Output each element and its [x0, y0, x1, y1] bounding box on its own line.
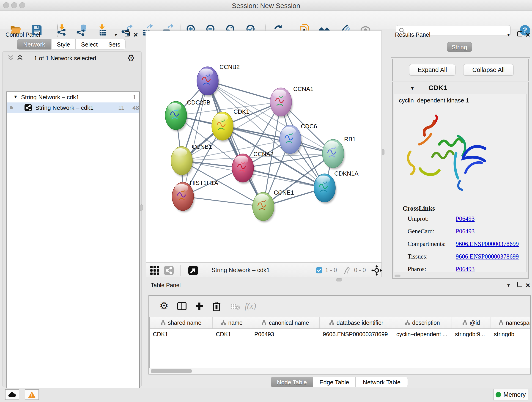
edge-CCNB2-CCNE1[interactable]	[208, 81, 263, 206]
right-splitter-handle[interactable]	[381, 149, 385, 155]
left-splitter-handle[interactable]	[140, 204, 143, 211]
column-header-shared-name[interactable]: shared name	[150, 317, 213, 328]
table-type-tabs: Node TableEdge TableNetwork Table	[271, 377, 408, 387]
close-panel-icon[interactable]: ×	[133, 32, 138, 37]
network-collection-row[interactable]: ▼ String Network – cdk1 1	[7, 92, 139, 102]
node-CCNA2[interactable]: CCNA2	[232, 151, 273, 184]
edge-CCNE1-HIST1H1A[interactable]	[183, 196, 263, 206]
tab-string[interactable]: String	[447, 42, 472, 52]
network-canvas[interactable]: CCNB2CCNA1CDC25BCDK1CDC6RB1CCNB1CCNA2CDK…	[146, 31, 382, 263]
network-options-gear-icon[interactable]: ⚙	[127, 53, 135, 63]
tab-network[interactable]: Network	[17, 39, 51, 50]
cell-name[interactable]: CDK1	[213, 329, 251, 340]
memory-status-dot	[496, 392, 501, 397]
main-toolbar: ?	[0, 11, 532, 29]
float-panel-icon[interactable]	[517, 282, 522, 287]
node-CCNE1[interactable]: CCNE1	[253, 189, 294, 222]
column-header-namespace[interactable]: namespace	[491, 317, 530, 328]
title-bar: Session: New Session	[0, 0, 532, 11]
results-hscrollbar-thumb[interactable]	[394, 274, 400, 277]
node-label-RB1: RB1	[344, 136, 356, 143]
network-selection-status: 1 of 1 Network selected	[2, 55, 128, 62]
node-CDC25B[interactable]: CDC25B	[165, 99, 210, 131]
network-view-toolbar: String Network – cdk1 1 - 0 0 - 0	[146, 263, 382, 277]
float-panel-icon[interactable]	[125, 32, 130, 36]
node-CDK1[interactable]: CDK1	[212, 108, 249, 142]
table-panel: Table Panel ▾ × ⚙ f(x) shared namenameca…	[143, 280, 532, 388]
cloud-status-button[interactable]	[5, 389, 19, 400]
cdk1-section: ▼ CDK1 cyclin–dependent kinase 1	[392, 82, 529, 279]
node-HIST1H1A[interactable]: HIST1H1A	[172, 179, 218, 212]
network-share-icon	[24, 104, 32, 112]
table-row[interactable]: CDK1CDK1P064939606.ENSP00000378699cyclin…	[150, 329, 530, 340]
collapse-all-button[interactable]: Collapse All	[463, 64, 514, 76]
fit-content-crosshair-icon[interactable]	[371, 265, 382, 276]
show-columns-icon[interactable]	[177, 302, 186, 310]
section-title: CDK1	[428, 84, 447, 92]
memory-button[interactable]: Memory	[493, 389, 528, 400]
column-header-description[interactable]: description	[393, 317, 452, 328]
node-table: shared namenamecanonical namedatabase id…	[149, 317, 530, 368]
edge-count: 48	[133, 104, 139, 111]
tab-network-table[interactable]: Network Table	[355, 377, 408, 387]
section-expander-icon[interactable]: ▼	[410, 86, 415, 91]
tab-sets[interactable]: Sets	[103, 39, 126, 50]
expand-all-button[interactable]: Expand All	[409, 64, 456, 76]
tab-select[interactable]: Select	[76, 39, 103, 50]
cell-shared-name[interactable]: CDK1	[150, 329, 213, 340]
hidden-eye-icon[interactable]	[343, 267, 352, 274]
node-label-HIST1H1A: HIST1H1A	[190, 179, 218, 186]
crosslink-label: Compartments:	[408, 240, 456, 248]
node-CDC6[interactable]: CDC6	[279, 123, 317, 155]
cloud-icon	[8, 392, 16, 398]
tab-style[interactable]: Style	[51, 39, 76, 50]
warning-icon	[28, 391, 36, 398]
node-RB1[interactable]: RB1	[322, 136, 356, 169]
delete-column-icon[interactable]	[212, 301, 221, 311]
cell-namespace[interactable]: stringdb	[491, 329, 530, 340]
cell-database-identifier[interactable]: 9606.ENSP00000378699	[320, 329, 393, 340]
close-panel-icon[interactable]: ×	[526, 283, 530, 287]
birdseye-view-icon[interactable]	[188, 265, 198, 275]
crosslink-value-link[interactable]: 9606.ENSP00000378699	[456, 253, 519, 260]
node-label-CDC6: CDC6	[301, 123, 317, 130]
crosslink-value-link[interactable]: P06493	[456, 228, 475, 235]
table-hscrollbar-thumb[interactable]	[151, 369, 192, 373]
node-CDKN1A[interactable]: CDKN1A	[314, 170, 359, 204]
crosslink-value-link[interactable]: P06493	[456, 215, 475, 222]
column-header-database-identifier[interactable]: database identifier	[320, 317, 393, 328]
tree-expander-icon[interactable]: ▼	[13, 94, 18, 99]
window-title: Session: New Session	[0, 2, 532, 10]
edge-CCNB2-HIST1H1A[interactable]	[183, 81, 208, 196]
table-hscrollbar[interactable]	[149, 368, 530, 374]
column-header-canonical-name[interactable]: canonical name	[251, 317, 320, 328]
collapse-panel-icon[interactable]: ▾	[114, 32, 117, 38]
network-list-share-icon[interactable]	[164, 265, 174, 275]
network-label: String Network – cdk1	[35, 104, 94, 111]
table-options-gear-icon[interactable]: ⚙	[159, 301, 168, 311]
collapse-panel-icon[interactable]: ▾	[507, 282, 510, 288]
tab-node-table[interactable]: Node Table	[271, 377, 313, 387]
column-header-name[interactable]: name	[213, 317, 251, 328]
grid-view-icon[interactable]	[150, 266, 159, 275]
application-window: Session: New Session	[0, 0, 532, 402]
cell-description[interactable]: cyclin–dependent ...	[393, 329, 452, 340]
close-panel-icon[interactable]: ×	[526, 32, 530, 37]
warning-status-button[interactable]	[25, 389, 39, 400]
float-panel-icon[interactable]	[517, 32, 522, 36]
crosslink-value-link[interactable]: 9606.ENSP00000378699	[456, 240, 519, 248]
network-row-selected[interactable]: String Network – cdk1 11 48	[7, 102, 139, 113]
add-column-icon[interactable]	[195, 302, 204, 311]
hidden-node-edge-counts: 0 - 0	[354, 267, 366, 274]
collapse-panel-icon[interactable]: ▾	[507, 32, 510, 38]
crosslink-row: Pharos:P06493	[408, 266, 522, 272]
crosslink-value-link[interactable]: P06493	[456, 266, 475, 272]
node-CCNB2[interactable]: CCNB2	[197, 64, 240, 97]
selected-checkbox-icon[interactable]	[316, 267, 322, 274]
node-label-CDKN1A: CDKN1A	[334, 170, 359, 177]
column-header-id[interactable]: @id	[452, 317, 491, 328]
tab-edge-table[interactable]: Edge Table	[313, 377, 355, 387]
cell-canonical-name[interactable]: P06493	[251, 329, 320, 340]
cell-id[interactable]: stringdb:9...	[452, 329, 491, 340]
network-graph[interactable]: CCNB2CCNA1CDC25BCDK1CDC6RB1CCNB1CCNA2CDK…	[146, 31, 381, 262]
